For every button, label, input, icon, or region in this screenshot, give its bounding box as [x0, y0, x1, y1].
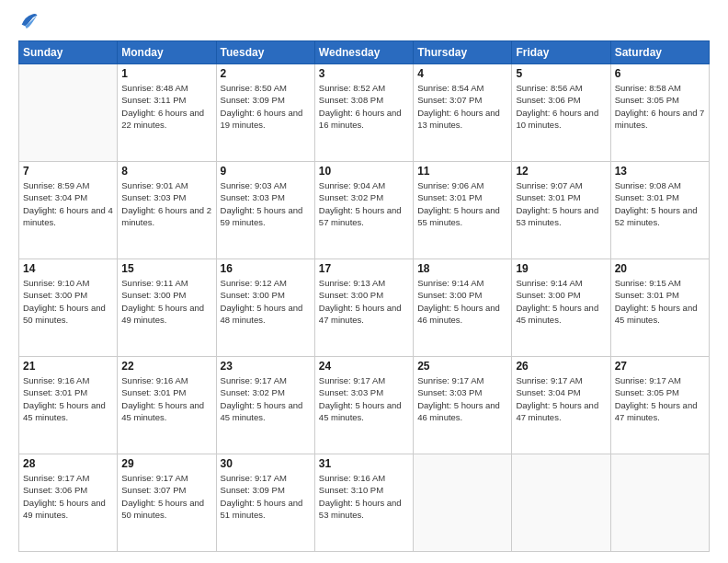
day-number: 3: [319, 67, 409, 80]
calendar-day-cell: 16Sunrise: 9:12 AMSunset: 3:00 PMDayligh…: [216, 259, 314, 357]
page: SundayMondayTuesdayWednesdayThursdayFrid…: [0, 0, 728, 563]
day-info: Sunrise: 9:13 AMSunset: 3:00 PMDaylight:…: [319, 277, 409, 326]
calendar-day-cell: 25Sunrise: 9:17 AMSunset: 3:03 PMDayligh…: [414, 357, 512, 454]
calendar-day-cell: 20Sunrise: 9:15 AMSunset: 3:01 PMDayligh…: [610, 259, 709, 357]
day-number: 17: [319, 262, 409, 275]
day-info: Sunrise: 9:03 AMSunset: 3:03 PMDaylight:…: [221, 179, 311, 228]
day-info: Sunrise: 9:01 AMSunset: 3:03 PMDaylight:…: [121, 179, 211, 228]
day-number: 7: [23, 165, 113, 178]
day-number: 9: [221, 165, 311, 178]
day-info: Sunrise: 8:50 AMSunset: 3:09 PMDaylight:…: [221, 82, 311, 131]
day-number: 5: [516, 67, 606, 80]
calendar-day-cell: 15Sunrise: 9:11 AMSunset: 3:00 PMDayligh…: [118, 259, 216, 357]
day-info: Sunrise: 8:56 AMSunset: 3:06 PMDaylight:…: [516, 82, 606, 131]
day-number: 31: [319, 457, 409, 470]
day-info: Sunrise: 9:06 AMSunset: 3:01 PMDaylight:…: [417, 179, 507, 228]
day-info: Sunrise: 8:59 AMSunset: 3:04 PMDaylight:…: [23, 179, 113, 228]
calendar-day-header: Sunday: [19, 41, 118, 64]
calendar-day-header: Tuesday: [216, 41, 314, 64]
calendar-day-cell: [414, 454, 512, 552]
day-info: Sunrise: 9:16 AMSunset: 3:10 PMDaylight:…: [319, 472, 409, 521]
day-info: Sunrise: 9:14 AMSunset: 3:00 PMDaylight:…: [516, 277, 606, 326]
calendar-day-cell: 6Sunrise: 8:58 AMSunset: 3:05 PMDaylight…: [610, 64, 709, 162]
logo-bird-icon: [18, 11, 39, 31]
day-info: Sunrise: 9:11 AMSunset: 3:00 PMDaylight:…: [121, 277, 211, 326]
calendar-day-cell: 30Sunrise: 9:17 AMSunset: 3:09 PMDayligh…: [216, 454, 314, 552]
calendar-day-cell: 8Sunrise: 9:01 AMSunset: 3:03 PMDaylight…: [118, 162, 216, 259]
calendar-day-cell: 11Sunrise: 9:06 AMSunset: 3:01 PMDayligh…: [414, 162, 512, 259]
calendar-week-row: 28Sunrise: 9:17 AMSunset: 3:06 PMDayligh…: [19, 454, 710, 552]
day-info: Sunrise: 8:54 AMSunset: 3:07 PMDaylight:…: [417, 82, 507, 131]
day-number: 26: [516, 360, 606, 373]
calendar-table: SundayMondayTuesdayWednesdayThursdayFrid…: [18, 40, 710, 552]
day-info: Sunrise: 9:07 AMSunset: 3:01 PMDaylight:…: [516, 179, 606, 228]
calendar-day-cell: [19, 64, 118, 162]
day-number: 8: [121, 165, 211, 178]
day-info: Sunrise: 8:48 AMSunset: 3:11 PMDaylight:…: [121, 82, 211, 131]
calendar-day-cell: 14Sunrise: 9:10 AMSunset: 3:00 PMDayligh…: [19, 259, 118, 357]
calendar-day-cell: 12Sunrise: 9:07 AMSunset: 3:01 PMDayligh…: [512, 162, 610, 259]
calendar-day-cell: 9Sunrise: 9:03 AMSunset: 3:03 PMDaylight…: [216, 162, 314, 259]
calendar-day-header: Thursday: [414, 41, 512, 64]
calendar-day-cell: 2Sunrise: 8:50 AMSunset: 3:09 PMDaylight…: [216, 64, 314, 162]
day-info: Sunrise: 9:17 AMSunset: 3:07 PMDaylight:…: [121, 472, 211, 521]
calendar-day-cell: 4Sunrise: 8:54 AMSunset: 3:07 PMDaylight…: [414, 64, 512, 162]
calendar-day-cell: 18Sunrise: 9:14 AMSunset: 3:00 PMDayligh…: [414, 259, 512, 357]
day-number: 14: [23, 262, 113, 275]
calendar-day-cell: [512, 454, 610, 552]
day-number: 25: [417, 360, 507, 373]
day-number: 27: [615, 360, 705, 373]
day-number: 12: [516, 165, 606, 178]
day-number: 23: [221, 360, 311, 373]
day-number: 11: [417, 165, 507, 178]
calendar-week-row: 7Sunrise: 8:59 AMSunset: 3:04 PMDaylight…: [19, 162, 710, 259]
day-number: 6: [615, 67, 705, 80]
header: [18, 15, 710, 31]
day-info: Sunrise: 9:12 AMSunset: 3:00 PMDaylight:…: [221, 277, 311, 326]
calendar-day-cell: 13Sunrise: 9:08 AMSunset: 3:01 PMDayligh…: [610, 162, 709, 259]
day-info: Sunrise: 9:10 AMSunset: 3:00 PMDaylight:…: [23, 277, 113, 326]
calendar-day-cell: 28Sunrise: 9:17 AMSunset: 3:06 PMDayligh…: [19, 454, 118, 552]
day-number: 13: [615, 165, 705, 178]
day-number: 21: [23, 360, 113, 373]
day-info: Sunrise: 9:08 AMSunset: 3:01 PMDaylight:…: [615, 179, 705, 228]
day-number: 28: [23, 457, 113, 470]
calendar-day-cell: 7Sunrise: 8:59 AMSunset: 3:04 PMDaylight…: [19, 162, 118, 259]
day-info: Sunrise: 9:17 AMSunset: 3:03 PMDaylight:…: [319, 374, 409, 423]
calendar-week-row: 1Sunrise: 8:48 AMSunset: 3:11 PMDaylight…: [19, 64, 710, 162]
day-number: 24: [319, 360, 409, 373]
day-info: Sunrise: 9:17 AMSunset: 3:03 PMDaylight:…: [417, 374, 507, 423]
day-number: 22: [121, 360, 211, 373]
day-number: 20: [615, 262, 705, 275]
calendar-day-cell: 22Sunrise: 9:16 AMSunset: 3:01 PMDayligh…: [118, 357, 216, 454]
calendar-day-cell: 23Sunrise: 9:17 AMSunset: 3:02 PMDayligh…: [216, 357, 314, 454]
calendar-day-cell: 17Sunrise: 9:13 AMSunset: 3:00 PMDayligh…: [314, 259, 413, 357]
day-number: 16: [221, 262, 311, 275]
day-info: Sunrise: 9:14 AMSunset: 3:00 PMDaylight:…: [417, 277, 507, 326]
day-number: 10: [319, 165, 409, 178]
calendar-day-cell: 1Sunrise: 8:48 AMSunset: 3:11 PMDaylight…: [118, 64, 216, 162]
day-info: Sunrise: 8:52 AMSunset: 3:08 PMDaylight:…: [319, 82, 409, 131]
calendar-day-cell: 3Sunrise: 8:52 AMSunset: 3:08 PMDaylight…: [314, 64, 413, 162]
day-info: Sunrise: 9:17 AMSunset: 3:06 PMDaylight:…: [23, 472, 113, 521]
calendar-day-cell: 27Sunrise: 9:17 AMSunset: 3:05 PMDayligh…: [610, 357, 709, 454]
day-info: Sunrise: 9:04 AMSunset: 3:02 PMDaylight:…: [319, 179, 409, 228]
calendar-header-row: SundayMondayTuesdayWednesdayThursdayFrid…: [19, 41, 710, 64]
day-info: Sunrise: 9:17 AMSunset: 3:05 PMDaylight:…: [615, 374, 705, 423]
day-info: Sunrise: 9:16 AMSunset: 3:01 PMDaylight:…: [23, 374, 113, 423]
calendar-day-cell: 19Sunrise: 9:14 AMSunset: 3:00 PMDayligh…: [512, 259, 610, 357]
calendar-week-row: 14Sunrise: 9:10 AMSunset: 3:00 PMDayligh…: [19, 259, 710, 357]
day-number: 18: [417, 262, 507, 275]
day-number: 15: [121, 262, 211, 275]
calendar-day-header: Wednesday: [314, 41, 413, 64]
day-number: 2: [221, 67, 311, 80]
day-number: 4: [417, 67, 507, 80]
day-info: Sunrise: 8:58 AMSunset: 3:05 PMDaylight:…: [615, 82, 705, 131]
calendar-day-cell: 10Sunrise: 9:04 AMSunset: 3:02 PMDayligh…: [314, 162, 413, 259]
calendar-day-cell: 24Sunrise: 9:17 AMSunset: 3:03 PMDayligh…: [314, 357, 413, 454]
calendar-day-header: Friday: [512, 41, 610, 64]
day-number: 29: [121, 457, 211, 470]
calendar-day-cell: 29Sunrise: 9:17 AMSunset: 3:07 PMDayligh…: [118, 454, 216, 552]
day-info: Sunrise: 9:16 AMSunset: 3:01 PMDaylight:…: [121, 374, 211, 423]
calendar-day-cell: 5Sunrise: 8:56 AMSunset: 3:06 PMDaylight…: [512, 64, 610, 162]
